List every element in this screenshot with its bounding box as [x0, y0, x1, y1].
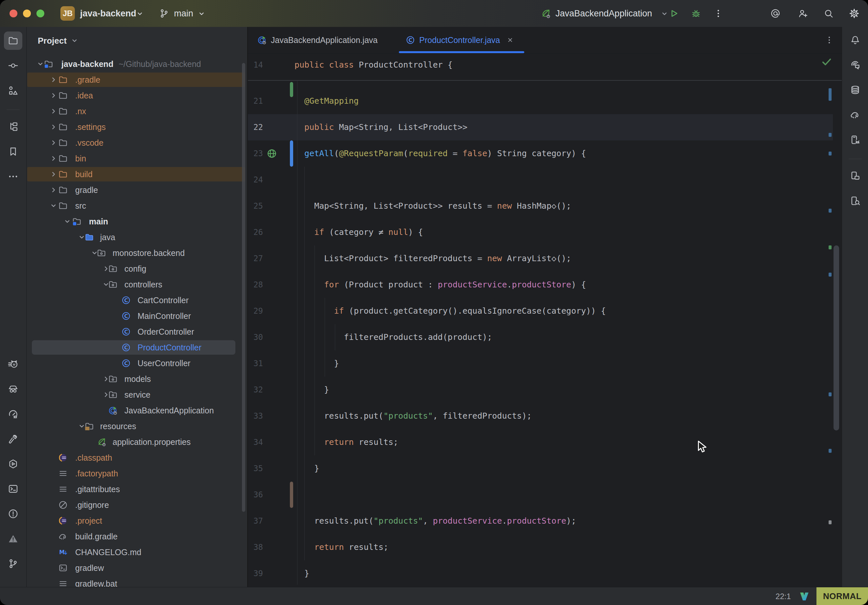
chevron-down-icon[interactable]: [660, 9, 669, 19]
caret-position-widget[interactable]: 22:1: [775, 587, 791, 605]
kebab-icon[interactable]: [713, 8, 724, 19]
code-line-31[interactable]: }: [294, 359, 339, 368]
tree-item--vscode[interactable]: .vscode: [26, 136, 247, 150]
chevron-right-icon[interactable]: [49, 107, 58, 116]
project-selector[interactable]: java-backend: [80, 0, 136, 27]
stripe-mark[interactable]: [829, 449, 832, 453]
code-line-32[interactable]: }: [294, 385, 329, 395]
tool-project-folder-button[interactable]: [4, 31, 22, 50]
chevron-down-icon[interactable]: [197, 9, 206, 19]
tree-item--gradle[interactable]: .gradle: [26, 73, 247, 87]
run-configuration[interactable]: JavaBackendApplication: [555, 0, 652, 27]
stripe-mark[interactable]: [829, 88, 832, 101]
tree-item-usercontroller[interactable]: CUserController: [26, 356, 247, 370]
code-editor[interactable]: 14public class ProductController {21 @Ge…: [248, 53, 842, 587]
line-number-35[interactable]: 35: [248, 464, 263, 473]
tool-warnings-button[interactable]: [4, 529, 22, 548]
tree-item--gitattributes[interactable]: .gitattributes: [26, 482, 247, 497]
tree-item-models[interactable]: models: [26, 372, 247, 386]
line-number-26[interactable]: 26: [248, 227, 263, 237]
tab-overflow-kebab-icon[interactable]: [825, 35, 834, 45]
inspections-ok-icon[interactable]: [821, 56, 832, 68]
code-line-21[interactable]: @GetMapping: [294, 96, 359, 106]
tool-services-button[interactable]: [4, 455, 22, 473]
stripe-mark[interactable]: [829, 209, 832, 213]
tool-device-explorer-button[interactable]: [846, 192, 864, 210]
debug-bug-icon[interactable]: [691, 8, 701, 19]
chevron-right-icon[interactable]: [49, 91, 58, 100]
line-number-37[interactable]: 37: [248, 516, 263, 526]
project-scrollbar[interactable]: [242, 63, 245, 512]
tree-item--classpath[interactable]: .classpath: [26, 450, 247, 465]
line-number-38[interactable]: 38: [248, 542, 263, 552]
tree-item--factorypath[interactable]: .factorypath: [26, 466, 247, 481]
chevron-down-icon[interactable]: [135, 9, 144, 19]
line-number-39[interactable]: 39: [248, 569, 263, 579]
tree-item-gradlew-bat[interactable]: gradlew.bat: [26, 576, 247, 587]
stripe-mark[interactable]: [829, 152, 832, 156]
vcs-marker-whitespace[interactable]: [290, 482, 293, 508]
tree-item-java-backend[interactable]: java-backend~/Github/java-backend: [26, 57, 247, 71]
chevron-right-icon[interactable]: [49, 186, 58, 195]
code-line-22[interactable]: public Map<String, List<Product>>: [294, 122, 468, 132]
tool-gradle-elephant-button[interactable]: [846, 106, 864, 124]
tool-structure-button[interactable]: [4, 81, 22, 100]
tool-ai-cat-button[interactable]: [4, 355, 22, 373]
minimize-button[interactable]: [23, 9, 31, 17]
line-number-31[interactable]: 31: [248, 359, 263, 368]
tree-item-java[interactable]: java: [26, 230, 247, 244]
vcs-marker-added[interactable]: [290, 82, 293, 97]
tree-item-config[interactable]: config: [26, 261, 247, 276]
tree-item-src[interactable]: src: [26, 198, 247, 213]
tool-hierarchy-button[interactable]: [4, 118, 22, 136]
line-number-27[interactable]: 27: [248, 254, 263, 263]
tree-item-main[interactable]: main: [26, 214, 247, 229]
code-line-29[interactable]: if (product.getCategory().equalsIgnoreCa…: [294, 306, 606, 316]
code-line-34[interactable]: return results;: [294, 437, 398, 447]
close-button[interactable]: [9, 9, 17, 17]
editor-scrollbar-thumb[interactable]: [834, 245, 839, 430]
code-line-38[interactable]: return results;: [294, 542, 388, 552]
line-number-21[interactable]: 21: [248, 96, 263, 106]
line-number-28[interactable]: 28: [248, 280, 263, 290]
tool-database-button[interactable]: [846, 81, 864, 99]
tool-notifications-bell-button[interactable]: [846, 31, 864, 49]
stripe-mark[interactable]: [829, 520, 832, 524]
line-number-32[interactable]: 32: [248, 385, 263, 395]
chevron-right-icon[interactable]: [49, 138, 58, 147]
code-line-35[interactable]: }: [294, 464, 319, 473]
tree-item-javabackendapplication[interactable]: JavaBackendApplication: [26, 403, 247, 418]
settings-gear-icon[interactable]: [849, 8, 859, 19]
tree-item-build-gradle[interactable]: build.gradle: [26, 529, 247, 544]
chevron-right-icon[interactable]: [49, 75, 58, 84]
stripe-mark[interactable]: [829, 392, 832, 396]
tab-productcontroller-java[interactable]: CProductController.java: [399, 27, 524, 53]
code-line-27[interactable]: List<Product> filteredProducts = new Arr…: [294, 254, 571, 263]
close-tab-icon[interactable]: [506, 36, 515, 44]
tool-bookmarks-button[interactable]: [4, 142, 22, 161]
tool-commit-button[interactable]: [4, 56, 22, 75]
tool-running-devices-button[interactable]: [846, 167, 864, 185]
line-number-22[interactable]: 22: [248, 122, 263, 132]
tree-item--nx[interactable]: .nx: [26, 104, 247, 118]
code-line-39[interactable]: }: [294, 569, 309, 579]
tool-more-button[interactable]: [4, 167, 22, 186]
tree-item-resources[interactable]: resources: [26, 419, 247, 433]
chevron-right-icon[interactable]: [49, 154, 58, 163]
tree-item-ordercontroller[interactable]: COrderController: [26, 325, 247, 339]
vcs-marker-modified[interactable]: [290, 141, 293, 167]
line-number-24[interactable]: 24: [248, 175, 263, 185]
endpoint-globe-icon[interactable]: [266, 148, 277, 159]
zoom-button[interactable]: [36, 9, 44, 17]
code-line-26[interactable]: if (category ≠ null) {: [294, 227, 423, 237]
line-number-36[interactable]: 36: [248, 490, 263, 500]
tool-build-hammer-button[interactable]: [4, 430, 22, 448]
tree-item-gradlew[interactable]: gradlew: [26, 561, 247, 575]
tree-item--gitignore[interactable]: .gitignore: [26, 498, 247, 512]
tree-item--idea[interactable]: .idea: [26, 88, 247, 103]
tree-item-cartcontroller[interactable]: CCartController: [26, 293, 247, 308]
tool-device-android-button[interactable]: [846, 131, 864, 149]
line-number-29[interactable]: 29: [248, 306, 263, 316]
tool-terminal-button[interactable]: [4, 480, 22, 498]
tree-item-gradle[interactable]: gradle: [26, 183, 247, 197]
